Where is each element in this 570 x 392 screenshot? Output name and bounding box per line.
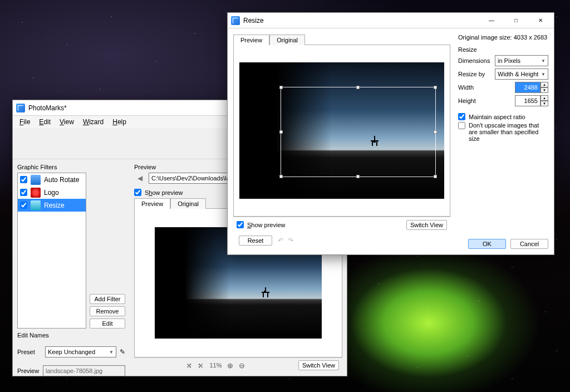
dont-upscale-checkbox[interactable] [458,122,465,129]
resize-by-label: Resize by [458,71,492,77]
handle-top-left[interactable] [279,86,283,89]
tab-original[interactable]: Original [269,35,305,45]
titlebar[interactable]: Resize — □ ✕ [228,13,554,28]
filter-checkbox[interactable] [20,189,27,196]
preview-filename-field [43,365,125,376]
filter-checkbox[interactable] [20,176,27,183]
preset-value: Keep Unchanged [48,349,95,355]
logo-icon [31,188,41,198]
fit-expand-icon[interactable]: ⤪ [198,361,204,370]
show-preview-checkbox-row[interactable]: Show preview [237,221,285,228]
filter-row-logo[interactable]: Logo [18,186,86,199]
undo-icon[interactable]: ↶ [278,237,283,244]
preview-footer: ⤨ ⤪ 11% ⊕ ⊖ Switch View [134,357,342,373]
graphic-filters-title: Graphic Filters [17,164,86,170]
dimensions-value: in Pixels [498,57,520,64]
ok-button[interactable]: OK [468,239,506,249]
handle-bottom-right[interactable] [434,175,437,178]
handle-bottom-center[interactable] [356,175,360,178]
window-title: Resize [243,17,479,24]
dialog-footer: Reset ↶ ↷ [233,232,450,249]
menu-view[interactable]: View [55,117,78,127]
width-label: Width [458,84,492,91]
height-input[interactable] [515,95,540,106]
handle-top-right[interactable] [434,86,437,89]
redo-icon[interactable]: ↷ [288,237,293,244]
handle-top-center[interactable] [356,86,360,89]
switch-view-button[interactable]: Switch View [298,360,339,370]
filter-label: Auto Rotate [44,176,79,184]
reset-button[interactable]: Reset [239,236,272,246]
resize-dialog: Resize — □ ✕ Preview Original [227,12,554,255]
resize-crop-box[interactable] [281,87,436,177]
chevron-down-icon: ▼ [541,72,546,77]
fit-shrink-icon[interactable]: ⤨ [186,361,192,370]
filter-label: Resize [44,202,65,209]
width-spinner[interactable]: ▲▼ [515,82,548,93]
preset-select[interactable]: Keep Unchanged▼ [45,346,116,357]
close-button[interactable]: ✕ [528,13,553,28]
preview-name-label: Preview [17,367,40,374]
history-controls: ↶ ↷ [278,237,293,244]
tab-preview[interactable]: Preview [134,198,170,209]
add-filter-button[interactable]: Add Filter [90,294,125,304]
filter-row-resize[interactable]: Resize [18,199,86,212]
chevron-down-icon: ▼ [541,58,546,63]
resize-by-select[interactable]: Width & Height▼ [495,68,548,80]
zoom-percent: 11% [209,362,222,369]
handle-mid-left[interactable] [279,130,283,134]
menu-wizard[interactable]: Wizard [78,117,108,127]
menu-file[interactable]: File [15,117,35,127]
resize-icon [31,200,41,210]
original-size-label: Original image size: 4033 x 2683 [458,34,548,41]
app-logo-icon [16,104,25,112]
resize-preview-panel [233,45,450,217]
remove-filter-button[interactable]: Remove [90,306,125,316]
zoom-out-icon[interactable]: ⊖ [239,361,245,370]
height-spinner[interactable]: ▲▼ [515,95,548,106]
chevron-down-icon: ▼ [109,350,114,355]
show-preview-checkbox[interactable] [237,221,244,228]
show-preview-label: Show preview [145,189,183,196]
maintain-aspect-checkbox[interactable] [458,113,465,120]
dont-upscale-label: Don't upscale images that are smaller th… [469,122,548,142]
height-label: Height [458,97,492,104]
resize-preview-image[interactable] [234,45,450,216]
edit-filter-button[interactable]: Edit [90,318,125,329]
spin-down-icon[interactable]: ▼ [540,101,548,106]
dimensions-select[interactable]: in Pixels▼ [495,55,548,66]
resize-preview-footer: Show preview Switch View [233,217,450,232]
resize-section-title: Resize [458,46,548,53]
filter-row-auto-rotate[interactable]: Auto Rotate [18,173,86,186]
dimensions-label: Dimensions [458,57,492,64]
handle-mid-right[interactable] [434,130,437,134]
preset-label: Preset [17,349,42,355]
spin-up-icon[interactable]: ▲ [540,95,548,101]
resize-by-value: Width & Height [498,71,538,77]
menu-help[interactable]: Help [108,117,131,127]
spin-up-icon[interactable]: ▲ [540,82,548,87]
show-preview-checkbox[interactable] [134,189,141,196]
maximize-button[interactable]: □ [504,13,528,28]
tab-preview[interactable]: Preview [233,35,269,45]
prev-image-button[interactable]: ◀ [134,173,145,184]
edit-names-title: Edit Names [17,332,125,339]
handle-bottom-left[interactable] [279,175,283,178]
rotate-icon [31,175,41,185]
tab-original[interactable]: Original [170,198,206,209]
maintain-aspect-label: Maintain aspect ratio [469,114,525,120]
filter-checkbox[interactable] [20,202,27,209]
switch-view-button[interactable]: Switch View [406,220,447,230]
show-preview-label: Show preview [247,222,285,228]
cancel-button[interactable]: Cancel [510,239,548,249]
edit-preset-icon[interactable]: ✎ [120,348,125,356]
filter-list[interactable]: Auto Rotate Logo Resize [17,173,86,329]
app-logo-icon [231,16,240,25]
spin-down-icon[interactable]: ▼ [540,87,548,93]
minimize-button[interactable]: — [479,13,504,28]
filter-label: Logo [44,189,59,197]
width-input[interactable] [515,82,540,93]
menu-edit[interactable]: Edit [35,117,55,127]
zoom-in-icon[interactable]: ⊕ [227,361,233,370]
